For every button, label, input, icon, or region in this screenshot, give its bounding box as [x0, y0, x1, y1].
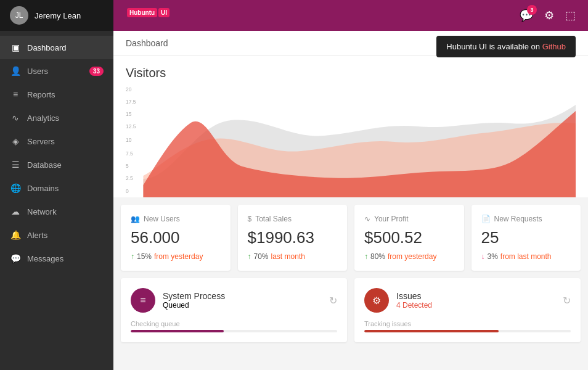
stat-card-3: 📄 New Requests 25 ↓ 3% from last month — [472, 205, 581, 271]
widget-icon-1: ⚙ — [364, 288, 389, 313]
stat-arrow-3: ↓ — [481, 252, 485, 261]
visitors-chart: 20 17.5 15 12.5 10 7.5 5 2.5 0 — [126, 86, 576, 197]
stat-card-2: ∿ Your Profit $500.52 ↑ 80% from yesterd… — [354, 205, 464, 271]
sidebar-nav: ▣ Dashboard 👤 Users 33 ≡ Reports ∿ Analy… — [0, 31, 113, 370]
stat-value-1: $1990.63 — [248, 228, 338, 247]
sidebar-item-database[interactable]: ☰ Database — [0, 153, 113, 176]
widget-refresh-1[interactable]: ↻ — [563, 295, 571, 306]
sidebar-label-reports: Reports — [27, 90, 55, 99]
widget-system-process: ≡ System Process Queued ↻ Checking queue — [121, 278, 347, 342]
users-icon: 👤 — [10, 66, 21, 76]
sidebar-item-dashboard[interactable]: ▣ Dashboard — [0, 36, 113, 59]
stat-header-2: ∿ Your Profit — [364, 215, 454, 223]
sidebar-label-dashboard: Dashboard — [27, 43, 67, 52]
stat-change-label-3: from last month — [500, 252, 552, 261]
sidebar-label-users: Users — [27, 67, 48, 76]
sidebar-label-domains: Domains — [27, 184, 59, 193]
widget-title-group-1: Issues 4 Detected — [396, 291, 432, 310]
sidebar-item-users[interactable]: 👤 Users 33 — [0, 59, 113, 83]
widget-title-0: System Process — [163, 291, 225, 301]
avatar: JL — [10, 6, 28, 25]
messages-icon: 💬 — [10, 253, 21, 263]
settings-icon[interactable]: ⚙ — [544, 9, 554, 22]
sidebar-item-reports[interactable]: ≡ Reports — [0, 83, 113, 106]
sidebar-label-network: Network — [27, 207, 57, 216]
widget-title-1: Issues — [396, 291, 432, 301]
stat-pct-0: 15% — [137, 252, 152, 261]
widgets-grid: ≡ System Process Queued ↻ Checking queue… — [113, 278, 588, 350]
stat-icon-2: ∿ — [364, 215, 370, 223]
sidebar-item-analytics[interactable]: ∿ Analytics — [0, 106, 113, 130]
reports-icon: ≡ — [10, 89, 21, 99]
content-area: Dashboard Hubuntu UI is available on Git… — [113, 31, 588, 370]
app-title: HubuntuUI — [126, 7, 169, 23]
stat-label-2: Your Profit — [374, 215, 409, 223]
stat-value-2: $500.52 — [364, 228, 454, 247]
stat-card-0: 👥 New Users 56.000 ↑ 15% from yesterday — [121, 205, 231, 271]
alerts-icon: 🔔 — [10, 230, 21, 240]
main-content: HubuntuUI 💬 3 ⚙ ⬚ Dashboard Hubuntu UI i… — [113, 0, 588, 370]
widget-progress-label-0: Checking queue — [131, 320, 337, 327]
visitors-title: Visitors — [126, 66, 576, 80]
widget-icon-0: ≡ — [131, 288, 155, 313]
widget-header-0: ≡ System Process Queued ↻ — [131, 288, 337, 313]
stat-change-label-0: from yesterday — [154, 252, 203, 261]
widget-progress-fill-1 — [364, 330, 499, 332]
stat-change-1: ↑ 70% last month — [248, 252, 338, 261]
stat-label-1: Total Sales — [255, 215, 292, 223]
stat-pct-3: 3% — [488, 252, 498, 261]
notification-banner: Hubuntu UI is available on Github — [436, 36, 576, 57]
badge-users: 33 — [89, 67, 104, 76]
visitors-section: Visitors 20 17.5 15 12.5 10 7.5 5 2.5 0 — [113, 56, 588, 197]
stat-pct-2: 80% — [370, 252, 385, 261]
stat-icon-1: $ — [248, 215, 252, 223]
stat-header-1: $ Total Sales — [248, 215, 338, 223]
widget-refresh-0[interactable]: ↻ — [329, 295, 337, 306]
widget-header-1: ⚙ Issues 4 Detected ↻ — [364, 288, 571, 313]
sidebar-label-servers: Servers — [27, 137, 55, 146]
stat-change-0: ↑ 15% from yesterday — [131, 252, 221, 261]
servers-icon: ◈ — [10, 136, 21, 146]
sidebar-item-servers[interactable]: ◈ Servers — [0, 130, 113, 153]
dashboard-icon: ▣ — [10, 43, 21, 52]
network-icon: ☁ — [10, 207, 21, 216]
stat-card-1: $ Total Sales $1990.63 ↑ 70% last month — [238, 205, 348, 271]
stat-change-2: ↑ 80% from yesterday — [364, 252, 454, 261]
sidebar-item-network[interactable]: ☁ Network — [0, 200, 113, 223]
sidebar-label-analytics: Analytics — [27, 113, 59, 123]
breadcrumb-text: Dashboard — [126, 38, 168, 48]
widget-progress-bar-0 — [131, 330, 337, 332]
logout-icon[interactable]: ⬚ — [565, 9, 576, 22]
widget-progress-fill-0 — [131, 330, 224, 332]
chart-y-labels — [126, 86, 143, 197]
widget-subtitle-0: Queued — [163, 301, 225, 310]
database-icon: ☰ — [10, 160, 21, 170]
stat-arrow-2: ↑ — [364, 252, 368, 261]
stat-icon-0: 👥 — [131, 215, 140, 223]
chart-svg: 20 17.5 15 12.5 10 7.5 5 2.5 0 — [126, 86, 576, 197]
widget-title-group-0: System Process Queued — [163, 291, 225, 310]
stat-change-label-1: last month — [271, 252, 305, 261]
widget-header-left-1: ⚙ Issues 4 Detected — [364, 288, 432, 313]
widget-progress-bar-1 — [364, 330, 571, 332]
stat-label-0: New Users — [144, 215, 180, 223]
sidebar-label-database: Database — [27, 160, 62, 170]
sidebar-item-alerts[interactable]: 🔔 Alerts — [0, 223, 113, 247]
sidebar-username: Jeremy Lean — [35, 11, 81, 20]
sidebar-item-messages[interactable]: 💬 Messages — [0, 247, 113, 270]
topbar-actions: 💬 3 ⚙ ⬚ — [520, 9, 576, 22]
messages-icon[interactable]: 💬 3 — [520, 9, 533, 22]
stats-grid: 👥 New Users 56.000 ↑ 15% from yesterday … — [113, 197, 588, 278]
widget-progress-label-1: Tracking issues — [364, 320, 571, 327]
stat-arrow-1: ↑ — [248, 252, 251, 261]
sidebar: JL Jeremy Lean ▣ Dashboard 👤 Users 33 ≡ … — [0, 0, 113, 370]
sidebar-header: JL Jeremy Lean — [0, 0, 113, 31]
analytics-icon: ∿ — [10, 113, 21, 123]
stat-icon-3: 📄 — [481, 215, 491, 223]
stat-value-0: 56.000 — [131, 228, 221, 247]
topbar: HubuntuUI 💬 3 ⚙ ⬚ — [113, 0, 588, 31]
stat-change-label-2: from yesterday — [388, 252, 436, 261]
stat-pct-1: 70% — [254, 252, 269, 261]
github-link[interactable]: Github — [542, 42, 566, 51]
sidebar-item-domains[interactable]: 🌐 Domains — [0, 176, 113, 200]
